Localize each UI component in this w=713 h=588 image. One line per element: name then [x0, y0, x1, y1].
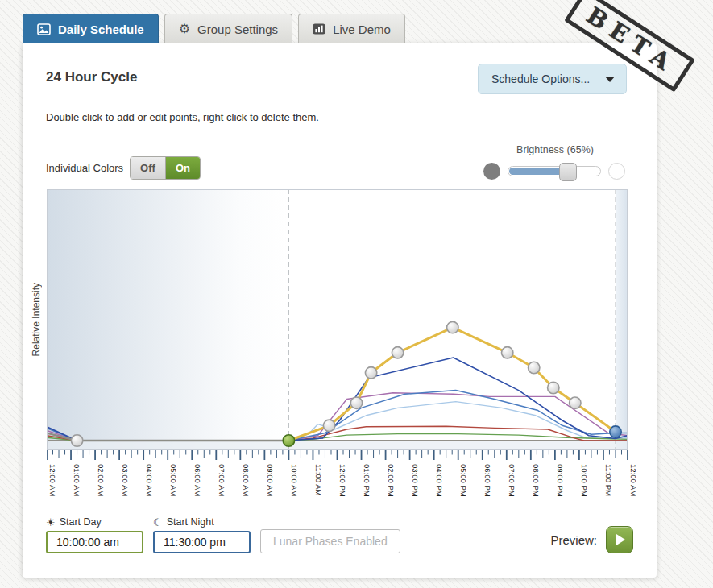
x-axis-tick-label: 08:00 PM: [532, 464, 541, 497]
curve-point-handle[interactable]: [392, 347, 403, 358]
tab-live-demo[interactable]: Live Demo: [298, 14, 405, 43]
curve-point-handle[interactable]: [350, 397, 362, 408]
toggle-on-button[interactable]: On: [166, 157, 200, 179]
intensity-chart[interactable]: 12:00 AM01:00 AM02:00 AM03:00 AM04:00 AM…: [47, 189, 636, 513]
sun-icon: ☀: [46, 517, 56, 528]
gears-icon: ⚙: [179, 23, 190, 35]
curve-point-handle[interactable]: [283, 435, 294, 446]
lunar-phases-button[interactable]: Lunar Phases Enabled: [260, 529, 400, 553]
start-night-input[interactable]: [153, 531, 251, 553]
curve-point-handle[interactable]: [365, 367, 376, 379]
daily-schedule-panel: 24 Hour Cycle Schedule Options... Double…: [23, 43, 657, 578]
tab-group-settings[interactable]: ⚙ Group Settings: [164, 14, 292, 43]
image-icon: [37, 23, 51, 35]
x-axis-tick-label: 07:00 AM: [218, 464, 226, 496]
schedule-options-dropdown[interactable]: Schedule Options...: [478, 64, 627, 94]
curve-point-handle[interactable]: [570, 397, 581, 408]
curve-point-handle[interactable]: [502, 347, 513, 358]
tab-label: Live Demo: [333, 23, 391, 36]
page: BETA Daily Schedule ⚙ Group Settings Liv…: [0, 0, 713, 588]
tab-daily-schedule[interactable]: Daily Schedule: [23, 14, 159, 43]
start-day-label: Start Day: [60, 516, 102, 528]
preview-play-button[interactable]: [606, 526, 633, 553]
x-axis-tick-label: 07:00 PM: [508, 464, 516, 497]
bar-chart-icon: [313, 23, 325, 35]
full-brightness-icon[interactable]: [608, 163, 625, 180]
x-axis-tick-label: 11:00 AM: [314, 464, 323, 496]
brightness-label: Brightness (65%): [483, 144, 627, 155]
x-axis-tick-label: 11:00 PM: [604, 464, 613, 496]
schedule-options-label: Schedule Options...: [491, 72, 590, 85]
caret-down-icon: [605, 77, 615, 82]
start-day-input[interactable]: [46, 531, 143, 553]
x-axis-tick-label: 04:00 AM: [145, 464, 154, 496]
x-axis-tick-label: 08:00 AM: [242, 464, 251, 496]
x-axis-tick-label: 04:00 PM: [435, 464, 444, 497]
x-axis-tick-label: 05:00 PM: [459, 464, 468, 497]
x-axis-tick-label: 01:00 AM: [73, 464, 81, 496]
x-axis-tick-label: 09:00 AM: [266, 464, 275, 496]
curve-point-handle[interactable]: [529, 362, 540, 373]
x-axis-tick-label: 02:00 PM: [387, 464, 396, 497]
night-shading-left: [47, 189, 288, 450]
brightness-slider-thumb[interactable]: [559, 163, 577, 181]
individual-colors-toggle: Off On: [130, 156, 201, 180]
toggle-off-button[interactable]: Off: [131, 157, 166, 179]
x-axis-tick-label: 01:00 PM: [363, 464, 371, 497]
x-axis-tick-label: 03:00 PM: [411, 464, 420, 497]
night-shading-right: [616, 189, 628, 450]
play-icon: [616, 534, 625, 545]
preview-label: Preview:: [550, 533, 597, 547]
y-axis-label: Relative Intensity: [31, 283, 42, 356]
tab-label: Group Settings: [197, 23, 278, 36]
curve-point-handle[interactable]: [71, 435, 82, 446]
x-axis-tick-label: 06:00 AM: [193, 464, 202, 496]
x-axis-tick-label: 12:00 AM: [48, 464, 57, 496]
curve-point-handle[interactable]: [610, 426, 621, 437]
curve-point-handle[interactable]: [323, 420, 334, 431]
dim-brightness-icon[interactable]: [483, 163, 500, 180]
schedule-chart-area: Relative Intensity 12:00 AM01:00 AM02:00…: [23, 180, 657, 513]
x-axis-tick-label: 02:00 AM: [97, 464, 106, 496]
curve-point-handle[interactable]: [548, 382, 559, 393]
page-title: 24 Hour Cycle: [46, 64, 137, 85]
x-axis-tick-label: 06:00 PM: [483, 464, 492, 497]
individual-colors-label: Individual Colors: [46, 162, 123, 174]
x-axis-tick-label: 10:00 PM: [580, 464, 589, 497]
x-axis-tick-label: 05:00 AM: [169, 464, 178, 496]
x-axis-tick-label: 09:00 PM: [556, 464, 565, 497]
curve-point-handle[interactable]: [447, 321, 458, 333]
x-axis-tick-label: 10:00 AM: [290, 464, 299, 496]
moon-icon: ☾: [153, 517, 163, 528]
x-axis-tick-label: 03:00 AM: [121, 464, 130, 496]
x-axis-tick-label: 12:00 AM: [629, 464, 637, 496]
tab-label: Daily Schedule: [58, 23, 144, 36]
instructions-text: Double click to add or edit points, righ…: [23, 94, 657, 123]
brightness-slider[interactable]: [508, 166, 601, 176]
x-axis-tick-label: 12:00 PM: [338, 464, 347, 497]
start-night-label: Start Night: [167, 516, 214, 528]
